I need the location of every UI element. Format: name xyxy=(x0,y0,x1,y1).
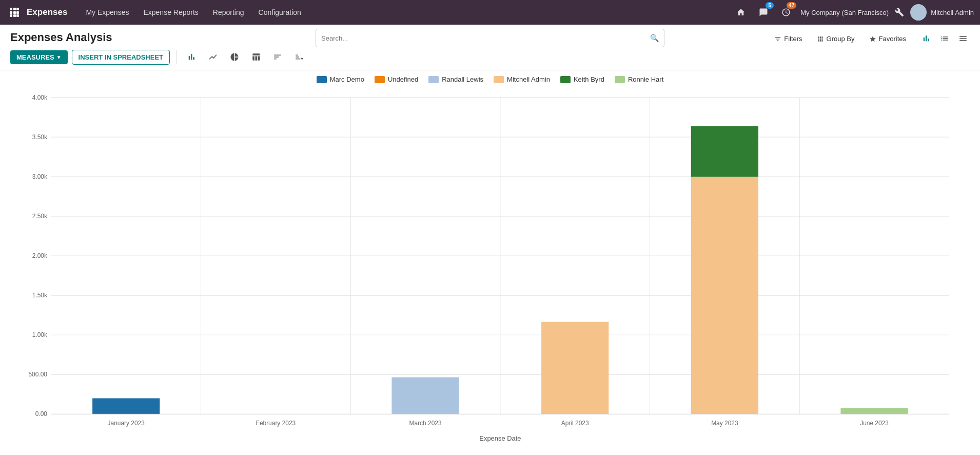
chart-container: Marc DemoUndefinedRandall LewisMitchell … xyxy=(0,70,980,455)
line-chart-icon-btn[interactable] xyxy=(204,49,222,65)
svg-rect-7 xyxy=(13,14,16,17)
legend-item: Marc Demo xyxy=(317,75,364,83)
svg-rect-0 xyxy=(10,8,12,10)
svg-rect-3 xyxy=(10,11,12,14)
menu-expense-reports[interactable]: Expense Reports xyxy=(137,5,204,20)
chart-svg-wrapper: 0.00500.001.00k1.50k2.00k2.50k3.00k3.50k… xyxy=(10,87,970,445)
svg-point-10 xyxy=(913,14,924,21)
svg-rect-5 xyxy=(16,11,19,14)
clock-badge: 47 xyxy=(787,2,796,9)
y-axis-label: 1.50k xyxy=(32,292,47,299)
svg-rect-1 xyxy=(13,8,16,10)
toolbar-separator-1 xyxy=(176,50,177,64)
legend-color-swatch xyxy=(615,76,625,83)
legend-color-swatch xyxy=(494,76,504,83)
menu-configuration[interactable]: Configuration xyxy=(252,5,307,20)
legend-label: Undefined xyxy=(388,75,418,83)
search-input[interactable] xyxy=(321,34,650,42)
bar-segment[interactable] xyxy=(840,408,908,414)
pie-chart-icon-btn[interactable] xyxy=(226,49,243,65)
settings-icon[interactable] xyxy=(895,8,904,17)
y-axis-label: 1.00k xyxy=(32,331,47,338)
hamburger-view-btn[interactable] xyxy=(954,31,972,46)
topnav-right-section: 5 47 My Company (San Francisco) Mitchell… xyxy=(733,4,974,21)
home-icon-btn[interactable] xyxy=(733,4,749,21)
sort-asc-icon-btn[interactable] xyxy=(269,49,286,65)
search-area: 🔍 xyxy=(316,29,664,47)
top-navigation: Expenses My Expenses Expense Reports Rep… xyxy=(0,0,980,25)
chart-view-btn[interactable] xyxy=(917,31,935,46)
x-axis-label: May 2023 xyxy=(711,420,738,427)
x-axis-title: Expense Date xyxy=(479,434,521,442)
legend-color-swatch xyxy=(375,76,385,83)
username-label: Mitchell Admin xyxy=(931,9,974,16)
bar-segment[interactable] xyxy=(541,322,609,414)
chat-icon-btn[interactable]: 5 xyxy=(755,4,772,21)
x-axis-label: April 2023 xyxy=(561,420,589,427)
y-axis-label: 2.00k xyxy=(32,252,47,259)
clock-icon-btn[interactable]: 47 xyxy=(778,4,794,21)
legend-color-swatch xyxy=(428,76,439,83)
y-axis-label: 3.00k xyxy=(32,173,47,180)
bar-segment[interactable] xyxy=(691,126,758,177)
legend-label: Marc Demo xyxy=(330,75,364,83)
legend-label: Mitchell Admin xyxy=(507,75,550,83)
toolbar: MEASURES ▼ INSERT IN SPREADSHEET xyxy=(10,49,970,70)
y-axis-label: 3.50k xyxy=(32,134,47,141)
measures-button[interactable]: MEASURES ▼ xyxy=(10,50,68,64)
legend-color-swatch xyxy=(317,76,327,83)
search-icon: 🔍 xyxy=(650,34,659,42)
y-axis-label: 500.00 xyxy=(28,371,47,378)
sort-desc-icon-btn[interactable] xyxy=(290,49,308,65)
user-menu[interactable]: Mitchell Admin xyxy=(910,4,974,21)
svg-rect-2 xyxy=(16,8,19,10)
menu-my-expenses[interactable]: My Expenses xyxy=(80,5,135,20)
insert-spreadsheet-button[interactable]: INSERT IN SPREADSHEET xyxy=(72,50,170,65)
top-menu: My Expenses Expense Reports Reporting Co… xyxy=(80,5,733,20)
pivot-icon-btn[interactable] xyxy=(247,49,265,65)
groupby-button[interactable]: Group By xyxy=(810,32,862,46)
filters-button[interactable]: Filters xyxy=(767,32,809,46)
legend-label: Randall Lewis xyxy=(442,75,483,83)
chart-legend: Marc DemoUndefinedRandall LewisMitchell … xyxy=(10,75,970,83)
legend-item: Randall Lewis xyxy=(428,75,483,83)
favorites-button[interactable]: Favorites xyxy=(862,32,913,46)
list-view-btn[interactable] xyxy=(936,31,953,46)
avatar xyxy=(910,4,927,21)
company-name[interactable]: My Company (San Francisco) xyxy=(800,9,889,16)
y-axis-label: 0.00 xyxy=(35,410,48,418)
app-brand[interactable]: Expenses xyxy=(27,7,67,17)
bar-segment[interactable] xyxy=(691,177,758,414)
legend-label: Keith Byrd xyxy=(574,75,604,83)
x-axis-label: January 2023 xyxy=(108,420,145,427)
x-axis-label: June 2023 xyxy=(860,420,889,427)
bar-segment[interactable] xyxy=(92,399,160,414)
bar-chart-icon-btn[interactable] xyxy=(183,49,200,65)
legend-label: Ronnie Hart xyxy=(628,75,663,83)
view-mode-buttons xyxy=(917,31,972,46)
legend-color-swatch xyxy=(560,76,571,83)
chat-badge: 5 xyxy=(766,2,774,9)
svg-point-9 xyxy=(915,7,922,13)
filter-bar: Filters Group By Favorites xyxy=(767,32,913,46)
legend-item: Keith Byrd xyxy=(560,75,604,83)
y-axis-label: 4.00k xyxy=(32,94,47,101)
bar-segment[interactable] xyxy=(391,377,459,414)
x-axis-label: March 2023 xyxy=(409,420,442,427)
x-axis-label: February 2023 xyxy=(256,420,296,427)
y-axis-label: 2.50k xyxy=(32,213,47,220)
svg-rect-4 xyxy=(13,11,16,14)
legend-item: Undefined xyxy=(375,75,418,83)
menu-reporting[interactable]: Reporting xyxy=(207,5,250,20)
apps-grid-icon[interactable] xyxy=(6,4,23,21)
svg-rect-8 xyxy=(16,14,19,17)
svg-rect-6 xyxy=(10,14,12,17)
legend-item: Ronnie Hart xyxy=(615,75,663,83)
legend-item: Mitchell Admin xyxy=(494,75,550,83)
